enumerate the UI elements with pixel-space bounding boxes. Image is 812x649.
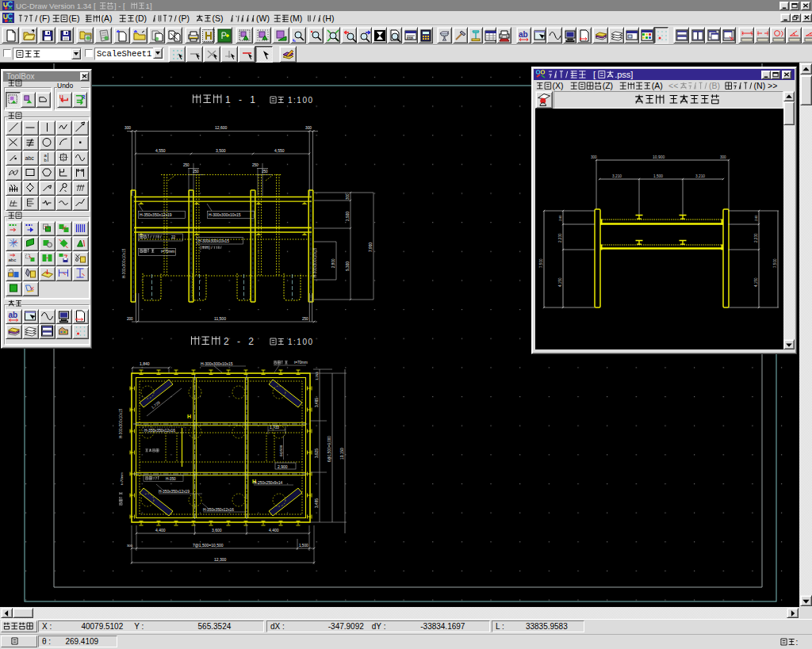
svg-text:H-350x350x12x16: H-350x350x12x16: [144, 429, 175, 433]
svg-text:300: 300: [591, 155, 597, 159]
svg-text:2,230: 2,230: [558, 233, 562, 242]
svg-text:1,733: 1,733: [270, 426, 279, 429]
svg-text:H-300x300x10x15: H-300x300x10x15: [201, 361, 233, 366]
svg-text:7,500: 7,500: [539, 258, 543, 268]
svg-text:2,900: 2,900: [278, 464, 288, 469]
svg-text:300: 300: [346, 193, 350, 200]
svg-text:t=70mm: t=70mm: [161, 250, 174, 254]
svg-text:300: 300: [127, 544, 133, 548]
svg-text:H-250x250x9x14: H-250x250x9x14: [254, 481, 283, 485]
svg-text:1:100: 1:100: [288, 338, 314, 346]
svg-text:4,550: 4,550: [274, 148, 285, 153]
svg-text:250: 250: [183, 163, 190, 167]
svg-text:200: 200: [127, 317, 133, 321]
svg-text:1,263: 1,263: [315, 372, 319, 380]
svg-text:H-350x350x12x16: H-350x350x12x16: [203, 508, 234, 512]
svg-text:300: 300: [124, 126, 131, 130]
svg-text:1,500: 1,500: [299, 544, 308, 548]
svg-text:4,400: 4,400: [269, 528, 279, 533]
svg-text:300: 300: [720, 155, 726, 159]
svg-text:7@1,500=10,500: 7@1,500=10,500: [193, 543, 224, 548]
svg-text:3,495: 3,495: [315, 498, 319, 508]
svg-text:H: H: [187, 414, 191, 419]
svg-text:t=70mm: t=70mm: [294, 361, 308, 365]
svg-text:3,210: 3,210: [612, 174, 622, 178]
svg-text:12,300: 12,300: [214, 557, 227, 562]
svg-text:2,230: 2,230: [754, 233, 758, 242]
svg-text:H-300x300x10x15: H-300x300x10x15: [313, 247, 317, 277]
svg-text:H-300x300x10x15: H-300x300x10x15: [119, 408, 123, 438]
svg-text:3,525: 3,525: [315, 449, 319, 458]
svg-text:12,600: 12,600: [215, 125, 228, 130]
svg-text:300: 300: [305, 126, 312, 130]
svg-text:240: 240: [754, 215, 758, 221]
svg-text:H-350x350x12x19: H-350x350x12x19: [140, 212, 172, 217]
svg-text:4,150: 4,150: [754, 277, 758, 287]
svg-text:3,210: 3,210: [695, 174, 705, 178]
svg-text:11,500: 11,500: [214, 316, 226, 321]
svg-text:250: 250: [252, 163, 259, 167]
svg-text:5,300: 5,300: [346, 262, 350, 271]
svg-text:2,800: 2,800: [331, 258, 335, 268]
svg-text:10,150: 10,150: [340, 448, 344, 460]
svg-text:4,550: 4,550: [155, 148, 166, 153]
svg-text:4,150: 4,150: [558, 277, 562, 287]
svg-text:H-350x350x12x19: H-350x350x12x19: [159, 490, 190, 494]
svg-text:7,500: 7,500: [773, 258, 777, 268]
svg-text::: :: [795, 638, 798, 647]
svg-text:3,500: 3,500: [216, 148, 226, 153]
svg-text:240: 240: [558, 215, 562, 221]
svg-text:250: 250: [302, 317, 308, 321]
svg-text:6@500: 6@500: [279, 445, 283, 456]
svg-text:3,600: 3,600: [212, 528, 222, 533]
svg-text:2 - 2: 2 - 2: [224, 336, 257, 347]
svg-text:4,400: 4,400: [155, 528, 166, 533]
svg-text:t=70mm: t=70mm: [120, 472, 124, 485]
svg-text:H-300x300x10x15: H-300x300x10x15: [209, 212, 241, 217]
svg-text:7,900: 7,900: [369, 242, 373, 252]
svg-text:10,900: 10,900: [653, 155, 665, 159]
svg-text:1,840: 1,840: [140, 361, 150, 366]
svg-text:22: 22: [171, 235, 176, 239]
svg-text:H-350: H-350: [166, 477, 176, 481]
svg-text:3,485: 3,485: [315, 398, 319, 407]
svg-text:H-300x300x10x15: H-300x300x10x15: [122, 248, 126, 278]
svg-text:2,500: 2,500: [346, 212, 350, 221]
svg-text:H-300x300x10x15: H-300x300x10x15: [198, 239, 229, 243]
svg-text:1,500: 1,500: [653, 174, 663, 178]
svg-text:6@1,500=9,000: 6@1,500=9,000: [327, 436, 331, 462]
